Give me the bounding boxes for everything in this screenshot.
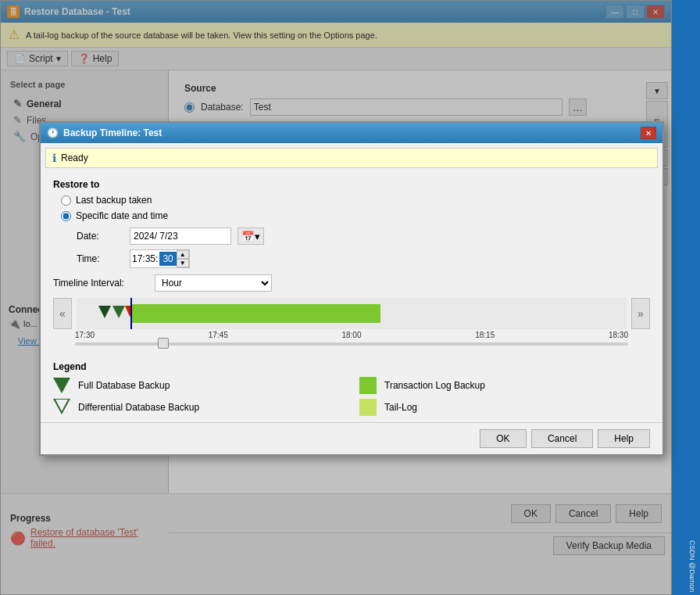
taillog-label: Tail-Log (384, 402, 417, 413)
time-row: Time: 17:35: 30 ▲ ▼ (53, 249, 650, 268)
dialog-title-bar: 🕐 Backup Timeline: Test ✕ (41, 123, 662, 143)
specific-date-row: Specific date and time (53, 210, 650, 221)
date-input[interactable] (130, 228, 231, 245)
specific-date-radio[interactable] (61, 211, 71, 221)
interval-label: Timeline Interval: (53, 278, 147, 289)
tick-1815: 18:15 (475, 331, 495, 339)
date-row: Date: 📅▾ (53, 228, 650, 245)
timeline-cursor (130, 298, 132, 329)
legend-title: Legend (53, 361, 650, 372)
timeline-ticks: 17:30 17:45 18:00 18:15 18:30 (53, 331, 650, 339)
dialog-help-button[interactable]: Help (598, 429, 650, 448)
timeline-bar-2 (112, 306, 125, 318)
legend-item-full: Full Database Backup (53, 377, 344, 394)
time-down-button[interactable]: ▼ (177, 259, 189, 267)
last-backup-label: Last backup taken (76, 195, 152, 206)
restore-to-label: Restore to (53, 179, 650, 190)
full-backup-label: Full Database Backup (78, 380, 170, 391)
csdn-watermark: CSDN @Damon小智 (672, 537, 700, 595)
timeline-row: « » (53, 298, 650, 329)
dialog-clock-icon: 🕐 (47, 127, 59, 138)
date-picker-button[interactable]: 📅▾ (238, 228, 264, 245)
legend-item-taillog: Tail-Log (359, 399, 650, 416)
info-icon: ℹ (52, 152, 56, 164)
tick-1745: 17:45 (209, 331, 228, 339)
time-input-group: 17:35: 30 ▲ ▼ (130, 249, 190, 268)
txlog-icon (359, 377, 377, 394)
timeline-next-button[interactable]: » (631, 298, 650, 329)
dialog-buttons: OK Cancel Help (41, 422, 662, 454)
specific-date-label: Specific date and time (76, 210, 168, 221)
timeline-txlog-bar (130, 304, 380, 323)
tick-1830: 18:30 (609, 331, 628, 339)
tick-1730: 17:30 (75, 331, 95, 339)
last-backup-radio[interactable] (61, 195, 71, 206)
dialog-status-text: Ready (61, 152, 88, 163)
tick-1800: 18:00 (341, 331, 361, 339)
timeline-canvas[interactable] (77, 298, 627, 329)
dialog-status-bar: ℹ Ready (45, 148, 658, 168)
dialog-close-button[interactable]: ✕ (641, 127, 656, 139)
legend-section: Legend Full Database Backup Transaction … (41, 355, 662, 422)
time-label: Time: (77, 253, 123, 264)
interval-row: Timeline Interval: Minute Hour Day Week … (53, 274, 650, 292)
legend-grid: Full Database Backup Transaction Log Bac… (53, 377, 650, 416)
time-spinners: ▲ ▼ (177, 250, 189, 267)
dialog-title-left: 🕐 Backup Timeline: Test (47, 127, 162, 138)
legend-item-diff: Differential Database Backup (53, 399, 344, 416)
slider-thumb[interactable] (158, 338, 169, 349)
date-label: Date: (77, 231, 123, 242)
legend-item-txlog: Transaction Log Backup (359, 377, 650, 394)
timeline-bar-1 (98, 306, 111, 318)
dialog-body: Restore to Last backup taken Specific da… (41, 173, 662, 355)
last-backup-row: Last backup taken (53, 195, 650, 206)
time-hhmm: 17:35: (130, 252, 159, 266)
time-seconds[interactable]: 30 (159, 252, 176, 266)
timeline-slider-row (53, 339, 650, 349)
taillog-icon (359, 399, 377, 416)
dialog-title: Backup Timeline: Test (63, 127, 162, 138)
interval-select[interactable]: Minute Hour Day Week Month (155, 274, 272, 292)
diff-backup-label: Differential Database Backup (78, 402, 199, 413)
txlog-label: Transaction Log Backup (384, 380, 485, 391)
full-backup-icon (53, 378, 70, 393)
diff-backup-icon (53, 399, 70, 416)
time-up-button[interactable]: ▲ (177, 250, 189, 259)
slider-track (75, 342, 628, 346)
timeline-prev-button[interactable]: « (53, 298, 72, 329)
backup-timeline-dialog: 🕐 Backup Timeline: Test ✕ ℹ Ready Restor… (39, 121, 664, 456)
dialog-cancel-button[interactable]: Cancel (531, 429, 593, 448)
dialog-ok-button[interactable]: OK (480, 429, 527, 448)
